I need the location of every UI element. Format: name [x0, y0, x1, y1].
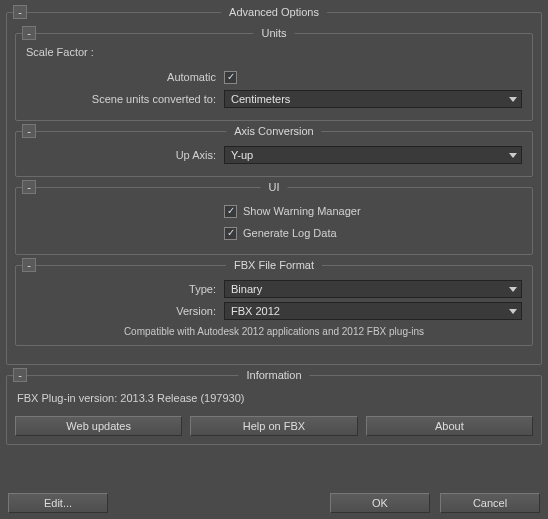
information-group: - Information FBX Plug-in version: 2013.…	[6, 375, 542, 445]
units-collapse-button[interactable]: -	[22, 26, 36, 40]
up-axis-value: Y-up	[231, 149, 253, 161]
information-title: Information	[238, 369, 309, 381]
fbx-format-group: - FBX File Format Type: Binary Version: …	[15, 265, 533, 346]
type-value: Binary	[231, 283, 262, 295]
show-warning-label: Show Warning Manager	[243, 205, 361, 217]
chevron-down-icon	[509, 287, 517, 292]
help-on-fbx-button[interactable]: Help on FBX	[190, 416, 357, 436]
type-label: Type:	[24, 283, 224, 295]
ui-group: - UI Show Warning Manager Generate Log D…	[15, 187, 533, 255]
show-warning-checkbox[interactable]	[224, 205, 237, 218]
chevron-down-icon	[509, 153, 517, 158]
version-value: FBX 2012	[231, 305, 280, 317]
automatic-checkbox[interactable]	[224, 71, 237, 84]
axis-collapse-button[interactable]: -	[22, 124, 36, 138]
automatic-label: Automatic	[24, 71, 224, 83]
web-updates-button[interactable]: Web updates	[15, 416, 182, 436]
scene-units-dropdown[interactable]: Centimeters	[224, 90, 522, 108]
axis-conversion-group: - Axis Conversion Up Axis: Y-up	[15, 131, 533, 177]
fbx-collapse-button[interactable]: -	[22, 258, 36, 272]
axis-title: Axis Conversion	[226, 125, 321, 137]
spacer	[118, 493, 320, 513]
type-dropdown[interactable]: Binary	[224, 280, 522, 298]
generate-log-label: Generate Log Data	[243, 227, 337, 239]
up-axis-label: Up Axis:	[24, 149, 224, 161]
fbx-title: FBX File Format	[226, 259, 322, 271]
chevron-down-icon	[509, 97, 517, 102]
chevron-down-icon	[509, 309, 517, 314]
version-label: Version:	[24, 305, 224, 317]
units-title: Units	[253, 27, 294, 39]
advanced-options-title: Advanced Options	[221, 6, 327, 18]
ui-collapse-button[interactable]: -	[22, 180, 36, 194]
info-collapse-button[interactable]: -	[13, 368, 27, 382]
ui-title: UI	[261, 181, 288, 193]
scale-factor-label: Scale Factor :	[24, 44, 524, 64]
scene-units-label: Scene units converted to:	[24, 93, 224, 105]
units-group: - Units Scale Factor : Automatic Scene u…	[15, 33, 533, 121]
version-dropdown[interactable]: FBX 2012	[224, 302, 522, 320]
scene-units-value: Centimeters	[231, 93, 290, 105]
up-axis-dropdown[interactable]: Y-up	[224, 146, 522, 164]
edit-button[interactable]: Edit...	[8, 493, 108, 513]
cancel-button[interactable]: Cancel	[440, 493, 540, 513]
plugin-version-text: FBX Plug-in version: 2013.3 Release (197…	[15, 386, 533, 406]
compatibility-text: Compatible with Autodesk 2012 applicatio…	[24, 326, 524, 337]
footer-bar: Edit... OK Cancel	[0, 493, 548, 513]
advanced-options-collapse-button[interactable]: -	[13, 5, 27, 19]
advanced-options-group: - Advanced Options - Units Scale Factor …	[6, 12, 542, 365]
ok-button[interactable]: OK	[330, 493, 430, 513]
about-button[interactable]: About	[366, 416, 533, 436]
generate-log-checkbox[interactable]	[224, 227, 237, 240]
